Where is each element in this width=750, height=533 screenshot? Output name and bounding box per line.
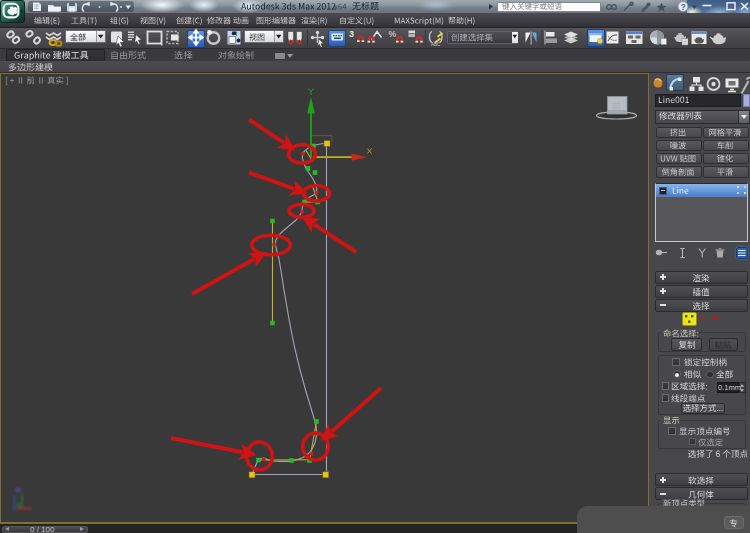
svg-text:%: %	[389, 29, 397, 39]
svg-text:3: 3	[349, 29, 354, 39]
svg-text:?: ?	[680, 2, 685, 12]
svg-text:ABC: ABC	[431, 42, 441, 47]
